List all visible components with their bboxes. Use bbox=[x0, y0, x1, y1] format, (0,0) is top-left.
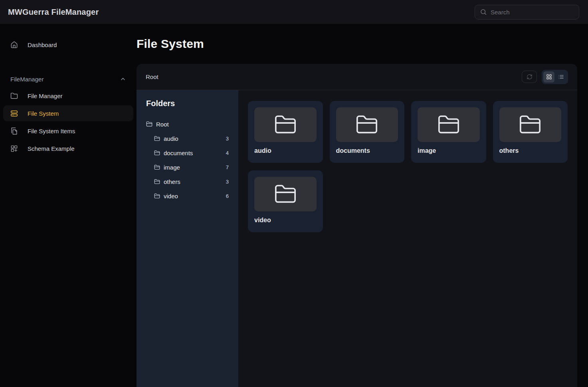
folder-closed-icon bbox=[519, 113, 542, 136]
folder-thumbnail bbox=[418, 107, 480, 142]
folder-card-label: image bbox=[418, 147, 480, 154]
sidebar-item-label: Schema Example bbox=[28, 145, 75, 152]
folder-icon bbox=[10, 92, 18, 100]
tree-item-video[interactable]: video 6 bbox=[137, 189, 238, 203]
folder-closed-icon bbox=[146, 121, 152, 127]
tree-item-count: 6 bbox=[226, 193, 229, 199]
browser-toolbar: Root bbox=[137, 64, 577, 90]
home-icon bbox=[10, 41, 18, 49]
toolbar-actions bbox=[522, 70, 568, 84]
folder-closed-icon bbox=[154, 136, 160, 142]
squares-plus-icon bbox=[10, 145, 18, 152]
app-title: MWGuerra FileManager bbox=[8, 8, 99, 17]
tree-item-label: documents bbox=[164, 150, 193, 156]
tree-item-image[interactable]: image 7 bbox=[137, 160, 238, 174]
tree-item-root[interactable]: Root bbox=[137, 117, 238, 131]
folder-thumbnail bbox=[254, 107, 317, 142]
refresh-icon bbox=[527, 74, 533, 80]
file-browser-panel: Root bbox=[137, 64, 577, 387]
tree-item-count: 3 bbox=[226, 136, 229, 142]
main-content: File System Root bbox=[137, 24, 588, 387]
panel-content: Folders Root audio 3 bbox=[137, 90, 577, 387]
copy-documents-icon bbox=[10, 127, 18, 135]
folder-card-label: others bbox=[499, 147, 562, 154]
list-view-icon bbox=[558, 74, 564, 80]
sidebar-item-schema-example[interactable]: Schema Example bbox=[3, 140, 133, 156]
folder-thumbnail bbox=[254, 177, 317, 211]
list-view-button[interactable] bbox=[555, 71, 566, 83]
folder-thumbnail bbox=[336, 107, 398, 142]
grid-view-button[interactable] bbox=[543, 71, 554, 83]
chevron-up-icon bbox=[120, 76, 126, 82]
sidebar-item-file-system-items[interactable]: File System Items bbox=[3, 123, 133, 139]
folder-closed-icon bbox=[437, 113, 460, 136]
sidebar-item-file-manager[interactable]: File Manager bbox=[3, 88, 133, 104]
tree-item-label: audio bbox=[164, 135, 178, 142]
tree-item-documents[interactable]: documents 4 bbox=[137, 146, 238, 160]
view-toggle bbox=[542, 70, 568, 84]
folders-tree-panel: Folders Root audio 3 bbox=[137, 90, 238, 387]
folder-thumbnail bbox=[499, 107, 562, 142]
folder-card-others[interactable]: others bbox=[493, 101, 568, 163]
refresh-button[interactable] bbox=[522, 71, 537, 83]
tree-item-audio[interactable]: audio 3 bbox=[137, 131, 238, 146]
folder-closed-icon bbox=[274, 113, 297, 136]
sidebar-item-label: File System Items bbox=[28, 128, 75, 134]
sidebar-item-label: File Manager bbox=[28, 93, 63, 99]
page-title: File System bbox=[137, 37, 577, 51]
sidebar: Dashboard FileManager File Manager File … bbox=[0, 24, 137, 387]
folder-closed-icon bbox=[154, 193, 160, 199]
folder-closed-icon bbox=[154, 150, 160, 156]
tree-item-label: image bbox=[164, 164, 180, 171]
grid-view-icon bbox=[546, 74, 552, 80]
folder-card-documents[interactable]: documents bbox=[330, 101, 405, 163]
sidebar-item-label: Dashboard bbox=[28, 41, 57, 48]
search-box[interactable] bbox=[475, 5, 579, 20]
tree-item-count: 4 bbox=[226, 150, 229, 156]
tree-item-label: others bbox=[164, 178, 180, 185]
tree-item-count: 3 bbox=[226, 179, 229, 185]
sidebar-item-dashboard[interactable]: Dashboard bbox=[3, 37, 133, 53]
top-bar: MWGuerra FileManager bbox=[0, 0, 588, 24]
folder-closed-icon bbox=[355, 113, 378, 136]
folder-card-audio[interactable]: audio bbox=[248, 101, 323, 163]
files-grid: audio documents bbox=[238, 90, 577, 387]
folder-closed-icon bbox=[154, 179, 160, 185]
server-icon bbox=[10, 110, 18, 117]
folders-heading: Folders bbox=[137, 99, 238, 108]
tree-item-label: Root bbox=[156, 121, 169, 128]
sidebar-group: File Manager File System File System Ite… bbox=[3, 88, 133, 156]
sidebar-item-label: File System bbox=[28, 110, 59, 117]
sidebar-item-file-system[interactable]: File System bbox=[3, 105, 133, 121]
sidebar-section-filemanager[interactable]: FileManager bbox=[3, 72, 133, 86]
folder-card-video[interactable]: video bbox=[248, 170, 323, 232]
search-input[interactable] bbox=[491, 9, 574, 16]
folder-card-image[interactable]: image bbox=[411, 101, 486, 163]
folder-card-label: audio bbox=[254, 147, 317, 154]
folder-closed-icon bbox=[154, 164, 160, 170]
tree-item-count: 7 bbox=[226, 164, 229, 170]
search-icon bbox=[480, 8, 487, 16]
tree-item-others[interactable]: others 3 bbox=[137, 174, 238, 189]
breadcrumb[interactable]: Root bbox=[146, 73, 158, 80]
folder-card-label: documents bbox=[336, 147, 398, 154]
tree-item-label: video bbox=[164, 193, 178, 199]
folder-closed-icon bbox=[274, 183, 297, 206]
folder-card-label: video bbox=[254, 217, 317, 224]
sidebar-section-label: FileManager bbox=[10, 76, 44, 83]
